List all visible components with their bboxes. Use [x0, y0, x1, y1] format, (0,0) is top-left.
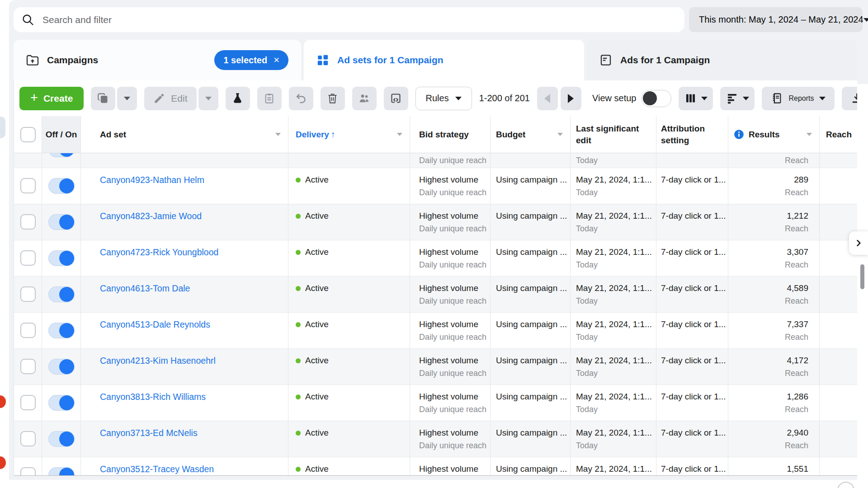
- clipboard-icon: [263, 92, 275, 104]
- ad-set-toggle[interactable]: [48, 359, 75, 375]
- ad-set-toggle[interactable]: [48, 323, 75, 338]
- duplicate-button[interactable]: [91, 87, 115, 110]
- row-checkbox[interactable]: [20, 323, 36, 338]
- table-row-partial: Daily unique reach Today Reach: [14, 153, 857, 168]
- column-header-last-edit[interactable]: Last significant edit: [571, 116, 656, 153]
- expand-columns-button[interactable]: [849, 231, 868, 255]
- ad-set-link[interactable]: Canyon4823-Jamie Wood: [100, 211, 202, 221]
- trash-icon: [326, 92, 339, 104]
- sort-caret-icon[interactable]: [275, 133, 281, 136]
- ab-test-button[interactable]: [226, 87, 250, 110]
- search-icon: [22, 14, 34, 26]
- rules-button[interactable]: Rules: [415, 87, 472, 110]
- breakdown-button[interactable]: [720, 87, 755, 110]
- ad-set-link[interactable]: Canyon3813-Rich Williams: [100, 392, 206, 402]
- audience-button[interactable]: [352, 87, 377, 110]
- left-edge-tab: [0, 117, 5, 138]
- column-header-reach[interactable]: Reach: [820, 116, 857, 153]
- column-header-delivery[interactable]: Delivery↑: [288, 116, 410, 153]
- sync-button[interactable]: [384, 87, 408, 110]
- next-page-button[interactable]: [561, 87, 581, 110]
- ad-set-toggle[interactable]: [48, 395, 75, 411]
- ad-set-link[interactable]: Canyon3512-Tracey Wasden: [100, 464, 214, 474]
- table-header: Off / On Ad set Delivery↑ Bid strategy B…: [14, 116, 857, 153]
- columns-button[interactable]: [679, 87, 713, 110]
- reports-button[interactable]: Reports: [762, 87, 835, 110]
- ad-set-link[interactable]: Canyon3713-Ed McNelis: [100, 428, 198, 438]
- ads-page-icon: [599, 53, 613, 67]
- ad-set-toggle[interactable]: [48, 286, 75, 302]
- edit-dropdown-button[interactable]: [198, 87, 218, 110]
- row-checkbox[interactable]: [20, 214, 36, 230]
- breakdown-icon: [726, 92, 738, 104]
- close-icon[interactable]: ×: [274, 54, 279, 66]
- people-icon: [358, 92, 370, 104]
- sort-up-arrow: ↑: [331, 130, 335, 140]
- row-checkbox[interactable]: [20, 431, 36, 446]
- previous-page-button[interactable]: [537, 87, 558, 110]
- edit-button[interactable]: Edit: [144, 87, 196, 110]
- duplicate-icon: [97, 92, 109, 104]
- ad-set-link[interactable]: Canyon4923-Nathan Helm: [100, 175, 204, 185]
- select-all-checkbox[interactable]: [20, 127, 36, 142]
- row-checkbox[interactable]: [20, 359, 36, 374]
- active-status-dot: [296, 250, 301, 255]
- row-checkbox[interactable]: [20, 467, 36, 476]
- ad-set-link[interactable]: Canyon4613-Tom Dale: [100, 283, 190, 293]
- search-bar[interactable]: [14, 7, 684, 32]
- toolbar: + Create Edit: [14, 80, 857, 116]
- pagination-label: 1-200 of 201: [479, 93, 530, 103]
- chevron-down-icon: [819, 97, 826, 100]
- ad-set-toggle[interactable]: [48, 153, 75, 157]
- delete-button[interactable]: [321, 87, 345, 110]
- column-header-bid-strategy[interactable]: Bid strategy: [410, 116, 491, 153]
- export-button[interactable]: Export: [842, 87, 857, 110]
- active-status-dot: [296, 214, 301, 219]
- row-checkbox[interactable]: [20, 178, 36, 193]
- ad-set-toggle[interactable]: [48, 467, 75, 476]
- ad-set-link[interactable]: Canyon4513-Dale Reynolds: [100, 319, 210, 329]
- sync-box-icon: [390, 92, 402, 104]
- column-header-results[interactable]: Results: [728, 116, 820, 153]
- columns-icon: [684, 92, 697, 104]
- column-header-attribution[interactable]: Attribution setting: [656, 116, 728, 153]
- tab-campaigns[interactable]: Campaigns 1 selected ×: [14, 40, 301, 80]
- tab-ads[interactable]: Ads for 1 Campaign: [587, 40, 857, 80]
- duplicate-dropdown-button[interactable]: [117, 87, 137, 110]
- date-range-label: This month: May 1, 2024 – May 21, 2024: [699, 14, 863, 25]
- row-checkbox[interactable]: [20, 395, 36, 410]
- table-row: Canyon4823-Jamie Wood Active Highest vol…: [14, 204, 857, 240]
- sort-caret-icon[interactable]: [397, 133, 402, 136]
- table-row: Canyon4513-Dale Reynolds Active Highest …: [14, 313, 857, 349]
- level-tabs: Campaigns 1 selected × Ad sets for 1 Cam…: [14, 40, 857, 80]
- notification-dot: [0, 456, 6, 469]
- search-input[interactable]: [42, 14, 676, 26]
- row-checkbox[interactable]: [20, 286, 36, 302]
- vertical-scrollbar-thumb[interactable]: [860, 264, 864, 289]
- clipboard-button[interactable]: [257, 87, 282, 110]
- view-setup-toggle[interactable]: [642, 90, 671, 107]
- content-sheet: + Create Edit: [14, 80, 857, 476]
- ad-set-toggle[interactable]: [48, 431, 75, 447]
- info-icon[interactable]: [734, 129, 744, 140]
- chevron-down-icon: [205, 97, 212, 100]
- select-all-cell: [14, 116, 42, 153]
- row-checkbox[interactable]: [20, 250, 36, 266]
- ad-set-toggle[interactable]: [48, 178, 75, 194]
- ad-set-link[interactable]: Canyon4723-Rick Youngblood: [100, 247, 218, 257]
- selected-count-badge[interactable]: 1 selected ×: [214, 50, 288, 70]
- help-button[interactable]: [837, 482, 854, 488]
- undo-button[interactable]: [289, 87, 313, 110]
- date-range-selector[interactable]: This month: May 1, 2024 – May 21, 2024: [689, 7, 863, 32]
- notification-dot: [0, 395, 6, 408]
- ad-set-toggle[interactable]: [48, 214, 75, 230]
- column-header-ad-set[interactable]: Ad set: [81, 116, 288, 153]
- create-button[interactable]: + Create: [19, 87, 84, 110]
- column-header-budget[interactable]: Budget: [491, 116, 571, 153]
- ad-set-toggle[interactable]: [48, 250, 75, 266]
- sort-caret-icon[interactable]: [807, 133, 812, 136]
- active-status-dot: [296, 286, 301, 291]
- ad-set-link[interactable]: Canyon4213-Kim Hasenoehrl: [100, 356, 216, 366]
- tab-ad-sets[interactable]: Ad sets for 1 Campaign: [304, 40, 584, 80]
- sort-caret-icon[interactable]: [557, 133, 563, 136]
